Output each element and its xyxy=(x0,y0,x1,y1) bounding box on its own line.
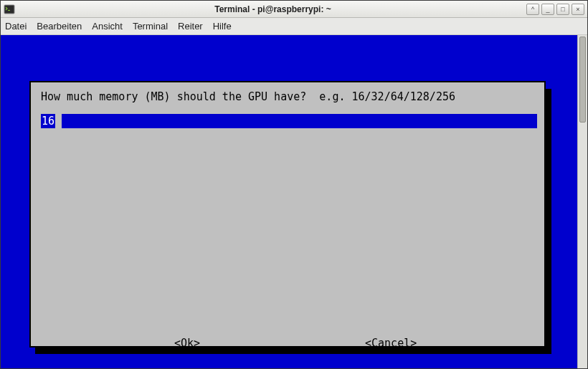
terminal-window: Terminal - pi@raspberrypi: ~ ^ _ □ × Dat… xyxy=(0,0,588,369)
window-title: Terminal - pi@raspberrypi: ~ xyxy=(19,4,526,14)
scrollbar-thumb[interactable] xyxy=(579,37,586,123)
svg-rect-0 xyxy=(4,5,14,14)
vertical-scrollbar[interactable] xyxy=(577,35,587,368)
up-button[interactable]: ^ xyxy=(526,4,539,15)
dialog-inner: How much memory (MB) should the GPU have… xyxy=(31,82,544,346)
cancel-button[interactable]: <Cancel> xyxy=(365,336,417,350)
menu-reiter[interactable]: Reiter xyxy=(178,21,203,32)
minimize-button[interactable]: _ xyxy=(541,4,554,15)
terminal-icon xyxy=(4,4,15,15)
memory-input[interactable]: 16 xyxy=(41,114,537,128)
titlebar[interactable]: Terminal - pi@raspberrypi: ~ ^ _ □ × xyxy=(1,1,587,18)
memory-input-value: 16 xyxy=(41,114,55,128)
menu-ansicht[interactable]: Ansicht xyxy=(92,21,123,32)
menu-bearbeiten[interactable]: Bearbeiten xyxy=(37,21,82,32)
maximize-button[interactable]: □ xyxy=(556,4,569,15)
terminal-body-wrap: How much memory (MB) should the GPU have… xyxy=(1,35,587,368)
terminal-area[interactable]: How much memory (MB) should the GPU have… xyxy=(1,35,577,368)
ok-button[interactable]: <Ok> xyxy=(174,336,200,350)
menu-terminal[interactable]: Terminal xyxy=(133,21,168,32)
dialog-prompt: How much memory (MB) should the GPU have… xyxy=(41,90,534,104)
window-controls: ^ _ □ × xyxy=(526,4,584,15)
gpu-memory-dialog: How much memory (MB) should the GPU have… xyxy=(29,81,546,348)
menu-datei[interactable]: Datei xyxy=(5,21,27,32)
text-cursor xyxy=(55,114,62,128)
memory-input-blank xyxy=(62,114,537,128)
menubar: Datei Bearbeiten Ansicht Terminal Reiter… xyxy=(1,18,587,35)
close-button[interactable]: × xyxy=(572,4,584,15)
menu-hilfe[interactable]: Hilfe xyxy=(213,21,232,32)
